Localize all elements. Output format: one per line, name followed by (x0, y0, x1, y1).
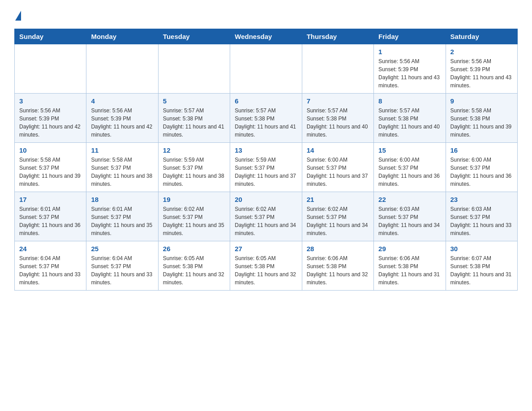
calendar-cell: 16Sunrise: 6:00 AMSunset: 5:37 PMDayligh… (446, 143, 517, 192)
day-detail: Sunrise: 6:04 AMSunset: 5:37 PMDaylight:… (19, 254, 82, 287)
page-header (14, 11, 518, 21)
logo (14, 11, 21, 21)
day-detail: Sunrise: 5:56 AMSunset: 5:39 PMDaylight:… (450, 57, 513, 90)
day-number: 30 (450, 245, 513, 253)
day-number: 7 (307, 97, 369, 105)
calendar-cell: 4Sunrise: 5:56 AMSunset: 5:39 PMDaylight… (86, 94, 158, 143)
calendar-header-thursday: Thursday (302, 29, 373, 44)
day-detail: Sunrise: 6:01 AMSunset: 5:37 PMDaylight:… (19, 205, 82, 237)
calendar-cell: 23Sunrise: 6:03 AMSunset: 5:37 PMDayligh… (446, 192, 517, 241)
day-detail: Sunrise: 5:57 AMSunset: 5:38 PMDaylight:… (163, 107, 225, 139)
calendar-week-row: 17Sunrise: 6:01 AMSunset: 5:37 PMDayligh… (15, 192, 518, 241)
day-number: 22 (378, 196, 441, 203)
day-number: 16 (450, 146, 513, 154)
day-detail: Sunrise: 5:56 AMSunset: 5:39 PMDaylight:… (378, 57, 441, 90)
day-number: 4 (91, 97, 153, 105)
logo-triangle-icon (15, 11, 21, 21)
day-detail: Sunrise: 6:03 AMSunset: 5:37 PMDaylight:… (450, 205, 513, 237)
day-detail: Sunrise: 6:03 AMSunset: 5:37 PMDaylight:… (378, 205, 441, 237)
calendar-cell: 30Sunrise: 6:07 AMSunset: 5:38 PMDayligh… (446, 241, 517, 291)
calendar-header-wednesday: Wednesday (230, 29, 302, 44)
day-number: 25 (91, 245, 153, 253)
day-detail: Sunrise: 6:05 AMSunset: 5:38 PMDaylight:… (235, 254, 297, 287)
calendar-cell: 2Sunrise: 5:56 AMSunset: 5:39 PMDaylight… (446, 44, 517, 94)
day-number: 23 (450, 196, 513, 203)
calendar-cell: 8Sunrise: 5:57 AMSunset: 5:38 PMDaylight… (374, 94, 446, 143)
calendar-header-saturday: Saturday (446, 29, 517, 44)
day-detail: Sunrise: 5:57 AMSunset: 5:38 PMDaylight:… (235, 107, 297, 139)
calendar-cell (86, 44, 158, 94)
day-number: 26 (163, 245, 225, 253)
calendar-header-tuesday: Tuesday (158, 29, 230, 44)
day-number: 18 (91, 196, 153, 203)
calendar-header-sunday: Sunday (15, 29, 86, 44)
day-detail: Sunrise: 5:58 AMSunset: 5:38 PMDaylight:… (450, 107, 513, 139)
calendar-header-monday: Monday (86, 29, 158, 44)
calendar-cell: 26Sunrise: 6:05 AMSunset: 5:38 PMDayligh… (158, 241, 230, 291)
day-detail: Sunrise: 5:56 AMSunset: 5:39 PMDaylight:… (91, 107, 153, 139)
calendar-cell: 27Sunrise: 6:05 AMSunset: 5:38 PMDayligh… (230, 241, 302, 291)
day-number: 28 (307, 245, 369, 253)
day-number: 2 (450, 48, 513, 56)
day-number: 29 (378, 245, 441, 253)
day-detail: Sunrise: 6:02 AMSunset: 5:37 PMDaylight:… (307, 205, 369, 237)
day-number: 3 (19, 97, 82, 105)
calendar-cell: 11Sunrise: 5:58 AMSunset: 5:37 PMDayligh… (86, 143, 158, 192)
calendar-cell: 19Sunrise: 6:02 AMSunset: 5:37 PMDayligh… (158, 192, 230, 241)
calendar-cell: 15Sunrise: 6:00 AMSunset: 5:37 PMDayligh… (374, 143, 446, 192)
day-number: 5 (163, 97, 225, 105)
day-detail: Sunrise: 5:59 AMSunset: 5:37 PMDaylight:… (235, 156, 297, 188)
day-detail: Sunrise: 5:56 AMSunset: 5:39 PMDaylight:… (19, 107, 82, 139)
calendar-cell: 5Sunrise: 5:57 AMSunset: 5:38 PMDaylight… (158, 94, 230, 143)
day-number: 27 (235, 245, 297, 253)
day-number: 9 (450, 97, 513, 105)
day-number: 13 (235, 146, 297, 154)
calendar-week-row: 10Sunrise: 5:58 AMSunset: 5:37 PMDayligh… (15, 143, 518, 192)
calendar-header-row: SundayMondayTuesdayWednesdayThursdayFrid… (15, 29, 518, 44)
day-detail: Sunrise: 6:04 AMSunset: 5:37 PMDaylight:… (91, 254, 153, 287)
calendar-cell (230, 44, 302, 94)
day-detail: Sunrise: 6:02 AMSunset: 5:37 PMDaylight:… (163, 205, 225, 237)
calendar-cell: 28Sunrise: 6:06 AMSunset: 5:38 PMDayligh… (302, 241, 373, 291)
day-detail: Sunrise: 6:06 AMSunset: 5:38 PMDaylight:… (378, 254, 441, 287)
day-detail: Sunrise: 6:01 AMSunset: 5:37 PMDaylight:… (91, 205, 153, 237)
day-detail: Sunrise: 5:57 AMSunset: 5:38 PMDaylight:… (378, 107, 441, 139)
calendar-week-row: 24Sunrise: 6:04 AMSunset: 5:37 PMDayligh… (15, 241, 518, 291)
day-detail: Sunrise: 6:00 AMSunset: 5:37 PMDaylight:… (378, 156, 441, 188)
calendar-header-friday: Friday (374, 29, 446, 44)
day-detail: Sunrise: 5:57 AMSunset: 5:38 PMDaylight:… (307, 107, 369, 139)
calendar-cell: 1Sunrise: 5:56 AMSunset: 5:39 PMDaylight… (374, 44, 446, 94)
calendar-cell: 24Sunrise: 6:04 AMSunset: 5:37 PMDayligh… (15, 241, 86, 291)
day-number: 11 (91, 146, 153, 154)
calendar-cell (15, 44, 86, 94)
calendar-cell: 6Sunrise: 5:57 AMSunset: 5:38 PMDaylight… (230, 94, 302, 143)
calendar-week-row: 3Sunrise: 5:56 AMSunset: 5:39 PMDaylight… (15, 94, 518, 143)
calendar-cell: 14Sunrise: 6:00 AMSunset: 5:37 PMDayligh… (302, 143, 373, 192)
day-number: 8 (378, 97, 441, 105)
day-detail: Sunrise: 6:05 AMSunset: 5:38 PMDaylight:… (163, 254, 225, 287)
day-number: 17 (19, 196, 82, 203)
calendar-cell: 10Sunrise: 5:58 AMSunset: 5:37 PMDayligh… (15, 143, 86, 192)
calendar-cell: 12Sunrise: 5:59 AMSunset: 5:37 PMDayligh… (158, 143, 230, 192)
calendar-cell: 7Sunrise: 5:57 AMSunset: 5:38 PMDaylight… (302, 94, 373, 143)
day-detail: Sunrise: 5:58 AMSunset: 5:37 PMDaylight:… (19, 156, 82, 188)
day-detail: Sunrise: 6:02 AMSunset: 5:37 PMDaylight:… (235, 205, 297, 237)
day-number: 12 (163, 146, 225, 154)
calendar-cell: 29Sunrise: 6:06 AMSunset: 5:38 PMDayligh… (374, 241, 446, 291)
day-number: 14 (307, 146, 369, 154)
calendar-cell (158, 44, 230, 94)
calendar-cell: 3Sunrise: 5:56 AMSunset: 5:39 PMDaylight… (15, 94, 86, 143)
day-detail: Sunrise: 5:59 AMSunset: 5:37 PMDaylight:… (163, 156, 225, 188)
day-number: 6 (235, 97, 297, 105)
day-number: 10 (19, 146, 82, 154)
day-detail: Sunrise: 5:58 AMSunset: 5:37 PMDaylight:… (91, 156, 153, 188)
day-number: 19 (163, 196, 225, 203)
day-detail: Sunrise: 6:00 AMSunset: 5:37 PMDaylight:… (307, 156, 369, 188)
calendar-cell: 18Sunrise: 6:01 AMSunset: 5:37 PMDayligh… (86, 192, 158, 241)
day-number: 20 (235, 196, 297, 203)
calendar-table: SundayMondayTuesdayWednesdayThursdayFrid… (14, 29, 518, 291)
calendar-cell: 20Sunrise: 6:02 AMSunset: 5:37 PMDayligh… (230, 192, 302, 241)
day-detail: Sunrise: 6:07 AMSunset: 5:38 PMDaylight:… (450, 254, 513, 287)
calendar-cell: 25Sunrise: 6:04 AMSunset: 5:37 PMDayligh… (86, 241, 158, 291)
day-number: 21 (307, 196, 369, 203)
